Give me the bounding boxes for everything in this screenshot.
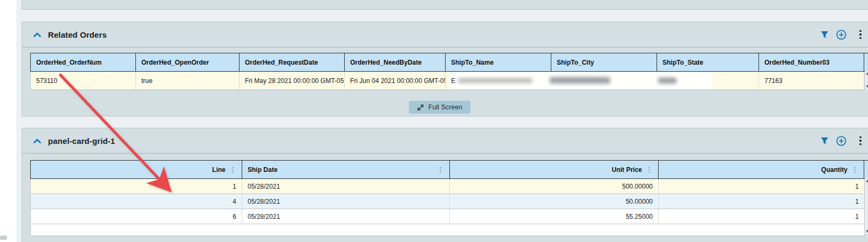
cell-line[interactable]: 6 (31, 209, 242, 224)
full-screen-label: Full Screen (428, 103, 462, 111)
column-menu-icon[interactable]: ⋮ (437, 166, 444, 173)
cell-unit-price[interactable]: 55.25000 (450, 209, 659, 224)
cell-ship-date[interactable]: 05/28/2021 (242, 194, 450, 209)
column-header-orderhed-number03[interactable]: OrderHed_Number03 (759, 53, 864, 71)
cell-line[interactable]: 1 (31, 179, 242, 193)
column-menu-icon[interactable]: ⋮ (646, 166, 653, 173)
collapse-chevron-icon[interactable] (33, 32, 41, 37)
panel-title: Related Orders (48, 30, 107, 39)
table-row[interactable]: 4 05/28/2021 50.00000 1 (30, 194, 865, 209)
scroll-down-icon[interactable] (866, 230, 868, 233)
column-header-ship-date[interactable]: Ship Date⋮ (242, 161, 450, 178)
column-header-shipto-name[interactable]: ShipTo_Name (446, 53, 551, 71)
cell-quantity[interactable]: 1 (659, 209, 864, 224)
column-menu-icon[interactable]: ⋮ (851, 166, 858, 173)
table-row[interactable]: 573110 true Fri May 28 2021 00:00:00 GMT… (30, 72, 865, 90)
header-separator (22, 153, 868, 154)
column-header-shipto-state[interactable]: ShipTo_State (657, 53, 759, 71)
panel-card-grid-header: panel-card-grid-1 (22, 128, 868, 153)
fullscreen-expand-icon (417, 104, 424, 111)
scroll-up-icon[interactable] (866, 179, 868, 182)
filter-icon[interactable] (821, 31, 829, 39)
filter-icon[interactable] (821, 137, 829, 145)
scroll-down-icon[interactable] (866, 85, 868, 88)
scroll-up-icon[interactable] (866, 72, 868, 75)
cell-ship-date[interactable]: 05/28/2021 (242, 179, 450, 193)
redacted-ship-to-city (550, 77, 610, 84)
column-header-shipto-city[interactable]: ShipTo_City (551, 53, 657, 71)
full-screen-button[interactable]: Full Screen (409, 101, 470, 114)
grid2-vertical-scrollbar[interactable] (865, 178, 868, 234)
partial-empty-row (30, 224, 865, 236)
card-grid: Line⋮ Ship Date⋮ Unit Price⋮ Quantity⋮ 1… (30, 160, 868, 236)
partial-left-scrollbar[interactable] (0, 236, 7, 240)
column-header-unit-price[interactable]: Unit Price⋮ (450, 161, 659, 178)
column-header-orderhed-openorder[interactable]: OrderHed_OpenOrder (136, 53, 240, 71)
cell-number03[interactable]: 77163 (759, 72, 864, 89)
grid-header-row: OrderHed_OrderNum OrderHed_OpenOrder Ord… (30, 53, 868, 72)
header-scrollbar-cap (864, 161, 868, 178)
plus-circle-icon[interactable] (836, 30, 846, 40)
cell-ship-date[interactable]: 05/28/2021 (242, 209, 450, 224)
cell-quantity[interactable]: 1 (659, 194, 864, 209)
plus-circle-icon[interactable] (836, 136, 846, 146)
column-header-orderhed-ordernum[interactable]: OrderHed_OrderNum (31, 53, 136, 71)
related-orders-header: Related Orders (22, 22, 868, 47)
cell-order-num[interactable]: 573110 (31, 72, 136, 89)
cell-quantity[interactable]: 1 (659, 179, 864, 193)
table-row[interactable]: 1 05/28/2021 500.00000 1 (30, 179, 865, 194)
cell-unit-price[interactable]: 50.00000 (450, 194, 659, 209)
cell-line[interactable]: 4 (31, 194, 242, 209)
column-header-orderhed-needbydate[interactable]: OrderHed_NeedByDate (345, 53, 446, 71)
redacted-ship-to-name (458, 78, 532, 83)
left-margin-strip (0, 0, 16, 242)
cell-need-by-date[interactable]: Fri Jun 04 2021 00:00:00 GMT-050… (345, 72, 446, 89)
table-row[interactable]: 6 05/28/2021 55.25000 1 (30, 209, 865, 224)
panel-header-toolbar (821, 128, 868, 153)
grid1-vertical-scrollbar[interactable] (865, 71, 868, 89)
panel-related-orders: Related Orders OrderHed_OrderNum OrderHe… (22, 22, 868, 116)
cell-open-order[interactable]: true (136, 72, 240, 89)
header-scrollbar-cap (864, 53, 868, 71)
column-header-line[interactable]: Line⋮ (31, 161, 242, 178)
partial-top-panel (22, 0, 868, 10)
kebab-menu-icon[interactable] (859, 29, 862, 40)
cell-unit-price[interactable]: 500.00000 (450, 179, 659, 193)
column-menu-icon[interactable]: ⋮ (229, 166, 236, 173)
panel-title: panel-card-grid-1 (48, 136, 115, 146)
related-orders-grid: OrderHed_OrderNum OrderHed_OpenOrder Ord… (30, 53, 868, 90)
column-header-quantity[interactable]: Quantity⋮ (659, 161, 864, 178)
collapse-chevron-icon[interactable] (33, 139, 41, 143)
redacted-ship-to-state (658, 78, 676, 84)
panel-card-grid-1: panel-card-grid-1 Line⋮ Ship Date⋮ Unit … (22, 128, 868, 242)
column-header-orderhed-requestdate[interactable]: OrderHed_RequestDate (240, 53, 345, 71)
cell-request-date[interactable]: Fri May 28 2021 00:00:00 GMT-050… (240, 72, 345, 89)
header-separator (22, 47, 868, 47)
kebab-menu-icon[interactable] (859, 135, 862, 146)
grid-header-row: Line⋮ Ship Date⋮ Unit Price⋮ Quantity⋮ (30, 160, 868, 179)
panel-header-toolbar (821, 22, 868, 47)
